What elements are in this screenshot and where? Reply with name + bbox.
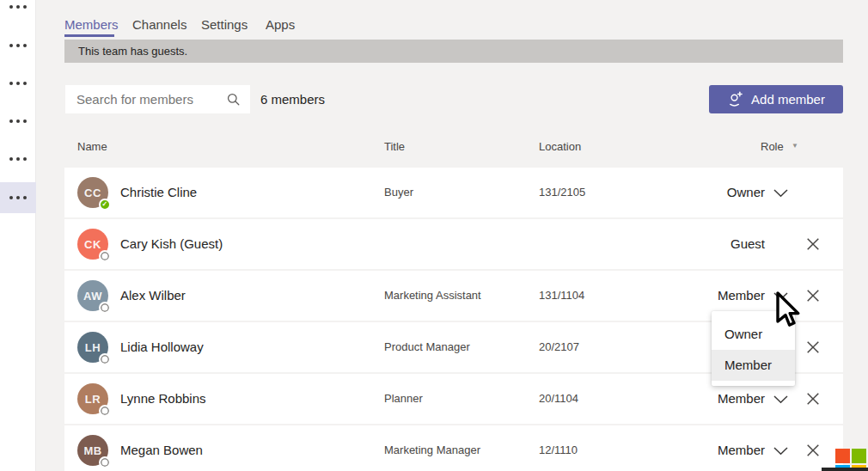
role-chevron-down-icon[interactable]: [773, 292, 788, 301]
guests-banner: This team has guests.: [64, 40, 843, 63]
member-avatar: CK: [77, 229, 108, 260]
member-search-box: [65, 85, 250, 113]
member-location: 131/1104: [539, 271, 584, 321]
teams-sidebar: [0, 0, 36, 471]
sidebar-item-team-5[interactable]: [0, 144, 36, 174]
role-option-owner[interactable]: Owner: [712, 319, 795, 350]
avatar-initials: CC: [84, 187, 101, 199]
member-location: 20/2107: [539, 322, 579, 372]
more-dots-icon: [23, 44, 27, 47]
member-name: Christie Cline: [120, 168, 197, 217]
presence-badge-icon: [99, 353, 111, 365]
active-tab-underline: [64, 34, 114, 37]
member-name: Megan Bowen: [120, 425, 203, 471]
member-name: Lynne Robbins: [120, 374, 206, 424]
remove-member-button[interactable]: [806, 392, 820, 406]
more-dots-icon: [16, 5, 20, 9]
tab-apps[interactable]: Apps: [266, 17, 295, 32]
presence-badge-icon: [99, 456, 111, 468]
sidebar-item-team-4[interactable]: [0, 106, 36, 137]
role-chevron-down-icon[interactable]: [773, 189, 788, 198]
more-dots-icon: [23, 157, 27, 161]
more-dots-icon: [9, 44, 13, 47]
remove-member-button[interactable]: [806, 340, 820, 354]
member-title: Product Manager: [384, 322, 470, 372]
column-header-title: Title: [384, 140, 405, 153]
microsoft-logo-square: [852, 449, 866, 463]
sidebar-item-team-3[interactable]: [0, 68, 36, 99]
role-chevron-down-icon[interactable]: [773, 447, 788, 456]
member-title: Marketing Assistant: [384, 271, 481, 321]
avatar-initials: LR: [85, 393, 101, 406]
more-dots-icon: [9, 5, 13, 9]
role-sort-icon[interactable]: ▼: [792, 142, 798, 150]
video-edge-strip: [822, 468, 868, 471]
member-name: Alex Wilber: [120, 271, 186, 321]
column-header-name: Name: [77, 140, 107, 153]
remove-member-button[interactable]: [806, 237, 820, 251]
sidebar-item-team-2[interactable]: [0, 30, 36, 61]
column-header-location: Location: [539, 140, 581, 153]
more-dots-icon: [9, 196, 13, 199]
more-dots-icon: [23, 196, 27, 199]
remove-member-button[interactable]: [806, 443, 820, 457]
more-dots-icon: [23, 5, 27, 9]
tab-channels[interactable]: Channels: [132, 17, 186, 32]
tab-members[interactable]: Members: [64, 17, 119, 32]
member-row: MB Megan Bowen Marketing Manager 12/1110…: [64, 425, 843, 471]
member-role[interactable]: Owner: [727, 168, 765, 217]
member-avatar: LH: [77, 332, 108, 363]
member-avatar: LR: [77, 383, 108, 414]
avatar-initials: AW: [83, 290, 102, 303]
member-title: Planner: [384, 374, 423, 424]
tab-settings[interactable]: Settings: [201, 17, 248, 32]
role-chevron-down-icon[interactable]: [773, 395, 788, 404]
member-title: Marketing Manager: [384, 425, 480, 471]
member-row: CC Christie Cline Buyer 131/2105 Owner: [64, 168, 843, 219]
more-dots-icon: [16, 196, 20, 199]
more-dots-icon: [23, 119, 27, 123]
member-location: 12/1110: [539, 425, 578, 471]
presence-badge-icon: [99, 302, 111, 314]
column-header-role[interactable]: Role: [761, 140, 784, 153]
more-dots-icon: [16, 157, 20, 161]
member-role[interactable]: Member: [718, 425, 765, 471]
member-avatar: MB: [77, 435, 108, 466]
member-avatar: AW: [77, 280, 108, 311]
presence-badge-icon: [99, 199, 111, 211]
presence-badge-icon: [99, 405, 111, 417]
more-dots-icon: [9, 157, 13, 161]
role-option-member[interactable]: Member: [712, 350, 795, 381]
member-name: Lidia Holloway: [120, 322, 204, 372]
more-dots-icon: [16, 119, 20, 123]
presence-badge-icon: [99, 250, 111, 262]
more-dots-icon: [16, 44, 20, 47]
member-role[interactable]: Guest: [730, 219, 765, 269]
avatar-initials: MB: [83, 444, 101, 457]
member-avatar: CC: [77, 177, 108, 208]
more-dots-icon: [23, 82, 27, 85]
role-dropdown-menu: OwnerMember: [712, 311, 795, 386]
more-dots-icon: [9, 82, 13, 85]
avatar-initials: CK: [84, 238, 101, 251]
add-member-label: Add member: [751, 92, 825, 107]
member-location: 131/2105: [539, 168, 585, 217]
more-dots-icon: [16, 82, 20, 85]
person-add-icon: [727, 91, 743, 107]
teams-manage-team-window: Members Channels Settings Apps This team…: [0, 0, 868, 471]
member-count: 6 members: [260, 85, 325, 113]
more-dots-icon: [9, 119, 13, 123]
sidebar-item-team-1[interactable]: [0, 0, 36, 22]
member-location: 20/1104: [539, 374, 578, 424]
microsoft-logo-square: [835, 449, 850, 463]
avatar-initials: LH: [85, 341, 101, 354]
add-member-button[interactable]: Add member: [709, 85, 843, 113]
search-icon: [226, 92, 241, 107]
remove-member-button[interactable]: [806, 289, 820, 303]
member-title: Buyer: [384, 168, 413, 217]
member-row: CK Cary Kish (Guest) Guest: [64, 219, 843, 271]
search-input[interactable]: [65, 92, 226, 107]
member-name: Cary Kish (Guest): [120, 219, 223, 269]
sidebar-item-team-6[interactable]: [0, 182, 36, 213]
